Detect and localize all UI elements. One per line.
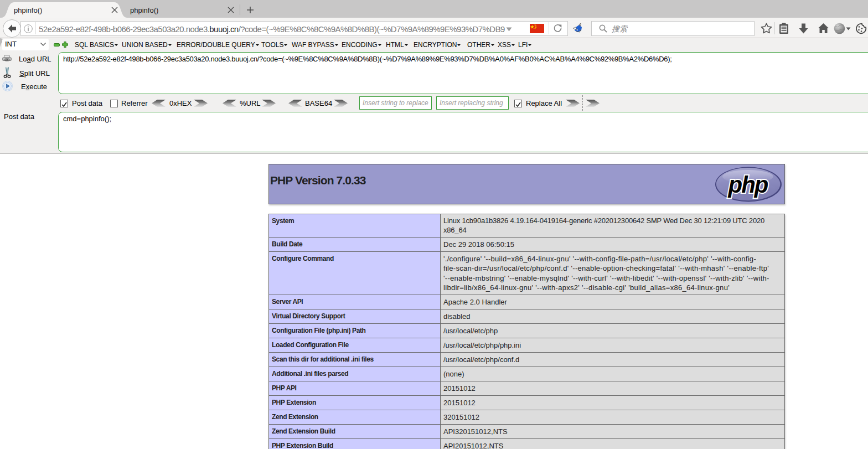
svg-text:php: php	[728, 172, 768, 198]
